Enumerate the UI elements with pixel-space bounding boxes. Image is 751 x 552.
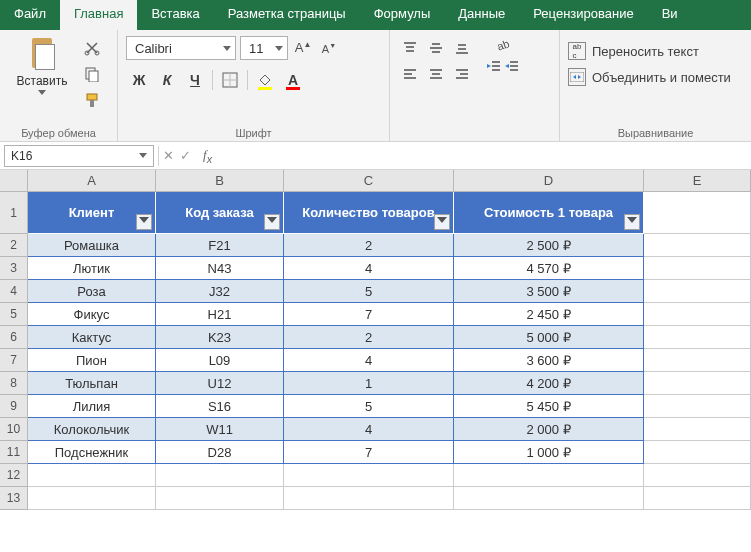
cell[interactable]: 2 000 ₽ [454,418,644,441]
tab-formulas[interactable]: Формулы [360,0,445,30]
cell[interactable] [28,487,156,510]
bold-button[interactable]: Ж [126,68,152,92]
cell[interactable] [28,464,156,487]
cell[interactable] [644,395,751,418]
font-size-combo[interactable]: 11 [240,36,288,60]
font-name-combo[interactable]: Calibri [126,36,236,60]
font-color-button[interactable]: A [280,68,306,92]
copy-button[interactable] [82,64,102,84]
cell[interactable]: 5 450 ₽ [454,395,644,418]
cell[interactable]: 4 [284,349,454,372]
cell[interactable]: D28 [156,441,284,464]
cell[interactable]: Пион [28,349,156,372]
cell[interactable]: N43 [156,257,284,280]
cell[interactable]: Роза [28,280,156,303]
cell[interactable]: 5 [284,280,454,303]
cell[interactable] [644,349,751,372]
col-header-C[interactable]: C [284,170,454,191]
cell[interactable] [644,280,751,303]
row-header[interactable]: 11 [0,441,28,464]
align-middle-button[interactable] [424,36,448,60]
align-left-button[interactable] [398,62,422,86]
cell[interactable]: 2 [284,326,454,349]
cell[interactable]: 4 570 ₽ [454,257,644,280]
cell[interactable]: Тюльпан [28,372,156,395]
col-header-E[interactable]: E [644,170,751,191]
cell[interactable] [644,487,751,510]
row-header[interactable]: 8 [0,372,28,395]
cell[interactable] [644,441,751,464]
row-header[interactable]: 7 [0,349,28,372]
table-header-cell[interactable]: Клиент [28,192,156,234]
align-bottom-button[interactable] [450,36,474,60]
increase-indent-button[interactable] [504,58,520,74]
cell[interactable]: Кактус [28,326,156,349]
cell[interactable]: 1 [284,372,454,395]
cut-button[interactable] [82,38,102,58]
italic-button[interactable]: К [154,68,180,92]
cell[interactable]: 2 500 ₽ [454,234,644,257]
col-header-D[interactable]: D [454,170,644,191]
col-header-B[interactable]: B [156,170,284,191]
cell[interactable]: 3 500 ₽ [454,280,644,303]
cell[interactable] [454,487,644,510]
select-all-corner[interactable] [0,170,28,191]
filter-button[interactable] [264,214,280,230]
table-header-cell[interactable]: Код заказа [156,192,284,234]
tab-review[interactable]: Рецензирование [519,0,647,30]
row-header[interactable]: 1 [0,192,28,234]
cell[interactable] [644,192,751,234]
borders-button[interactable] [217,68,243,92]
cell[interactable]: Лилия [28,395,156,418]
align-right-button[interactable] [450,62,474,86]
row-header[interactable]: 3 [0,257,28,280]
fill-color-button[interactable] [252,68,278,92]
tab-data[interactable]: Данные [444,0,519,30]
cell[interactable]: Лютик [28,257,156,280]
cell[interactable]: Ромашка [28,234,156,257]
row-header[interactable]: 6 [0,326,28,349]
cell[interactable]: 5 [284,395,454,418]
paste-button[interactable]: Вставить [8,36,76,95]
cell[interactable] [644,464,751,487]
row-header[interactable]: 2 [0,234,28,257]
row-header[interactable]: 4 [0,280,28,303]
underline-button[interactable]: Ч [182,68,208,92]
table-header-cell[interactable]: Стоимость 1 товара [454,192,644,234]
cell[interactable] [284,487,454,510]
cell[interactable] [644,372,751,395]
cell[interactable]: Фикус [28,303,156,326]
col-header-A[interactable]: A [28,170,156,191]
tab-file[interactable]: Файл [0,0,60,30]
cancel-formula-button[interactable]: ✕ [163,148,174,163]
cell[interactable]: 2 [284,234,454,257]
cell[interactable]: 1 000 ₽ [454,441,644,464]
cell[interactable]: S16 [156,395,284,418]
cell[interactable]: Подснежник [28,441,156,464]
cell[interactable]: 7 [284,303,454,326]
fx-icon[interactable]: fx [203,147,212,165]
tab-home[interactable]: Главная [60,0,137,30]
cell[interactable]: 2 450 ₽ [454,303,644,326]
shrink-font-button[interactable]: A▼ [318,37,340,59]
orientation-button[interactable]: ab [486,36,520,54]
row-header[interactable]: 13 [0,487,28,510]
cell[interactable] [644,234,751,257]
cell[interactable] [644,257,751,280]
cell[interactable]: L09 [156,349,284,372]
cell[interactable] [284,464,454,487]
cell[interactable]: H21 [156,303,284,326]
merge-center-button[interactable]: Объединить и помести [568,68,731,86]
tab-layout[interactable]: Разметка страницы [214,0,360,30]
cell[interactable]: 4 200 ₽ [454,372,644,395]
cell[interactable] [156,464,284,487]
name-box[interactable]: K16 [4,145,154,167]
row-header[interactable]: 5 [0,303,28,326]
cell[interactable]: 4 [284,418,454,441]
row-header[interactable]: 9 [0,395,28,418]
cell[interactable]: 3 600 ₽ [454,349,644,372]
decrease-indent-button[interactable] [486,58,502,74]
grow-font-button[interactable]: A▲ [292,37,314,59]
cell[interactable] [156,487,284,510]
cell[interactable]: W11 [156,418,284,441]
